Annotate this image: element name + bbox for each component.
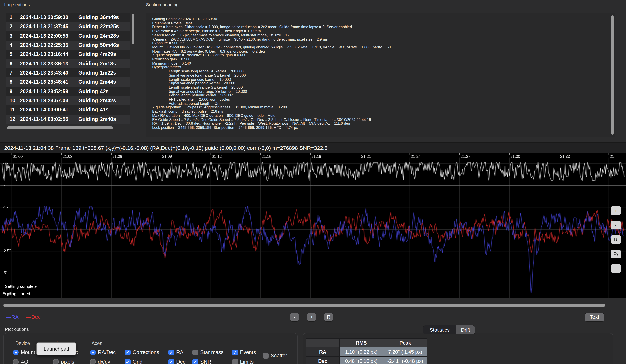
log-table-hscrollbar[interactable] <box>7 126 113 129</box>
checkbox-events[interactable]: Events <box>232 349 256 356</box>
x-tick-label: 21:00 <box>13 154 23 159</box>
checkbox-icon[interactable] <box>192 350 198 355</box>
tab-statistics[interactable]: Statistics <box>423 326 456 334</box>
section-panel-vscrollbar[interactable] <box>611 15 614 134</box>
log-sections-table[interactable]: 12024-11-13 20:59:30Guiding36m49s22024-1… <box>6 13 130 124</box>
log-time: 2024-11-13 21:37:45 <box>20 24 78 30</box>
checkbox-scatter[interactable]: Scatter <box>263 352 287 359</box>
checkbox-icon[interactable] <box>125 359 131 364</box>
stats-table: RMS Peak RA 1.10" (0.22 px) 7.20" ( 1.45… <box>306 338 428 364</box>
x-tick-label: 21:33 <box>560 154 570 159</box>
log-section-row[interactable]: 42024-11-13 22:25:35Guiding50m46s <box>6 41 130 50</box>
section-line: Minimum move = 0.140 <box>152 62 609 66</box>
text-view-button[interactable]: Text <box>585 313 604 321</box>
checkbox-corrections[interactable]: Corrections <box>125 349 159 356</box>
log-num: 3 <box>6 33 20 39</box>
checkbox-label: SNR <box>200 359 211 364</box>
log-section-row[interactable]: 112024-11-14 00:00:41Guiding41s <box>6 105 130 115</box>
log-time: 2024-11-13 23:57:03 <box>20 98 78 103</box>
checkbox-dec[interactable]: Dec <box>168 359 185 364</box>
log-duration: 50m46s <box>100 42 130 48</box>
chart-lock-button[interactable]: L <box>611 264 621 273</box>
checkbox-label: Scatter <box>271 353 287 359</box>
chart-zoom-out-button[interactable]: - <box>611 221 621 230</box>
log-time: 2024-11-13 23:43:40 <box>20 70 78 76</box>
checkbox-icon[interactable] <box>168 350 174 355</box>
checkbox-icon[interactable] <box>192 359 198 364</box>
log-time: 2024-11-13 23:16:44 <box>20 52 78 57</box>
y-tick-label: -2.5" <box>2 248 11 253</box>
checkbox-star-mass[interactable]: Star mass <box>192 349 224 356</box>
log-duration: 42s <box>100 89 130 95</box>
status-bar: 2024-11-13 21:04:38 Frame 139 t=308.67 (… <box>0 142 626 153</box>
checkbox-snr[interactable]: SNR <box>192 359 211 364</box>
section-heading-panel[interactable]: Guiding Begins at 2024-11-13 20:59:30Equ… <box>146 13 615 137</box>
log-section-row[interactable]: 102024-11-13 23:57:03Guiding2m42s <box>6 96 130 105</box>
y-tick-label: 5" <box>2 183 6 187</box>
chart-hscrollbar[interactable] <box>3 303 605 307</box>
checkbox-label: Corrections <box>133 350 159 355</box>
radio-ao[interactable]: AO <box>13 359 28 364</box>
legend-ra: —RA <box>6 314 18 320</box>
guide-chart[interactable]: 21:0021:0321:0621:0921:1221:1521:1821:21… <box>0 153 626 298</box>
log-section-row[interactable]: 52024-11-13 23:16:44Guiding4m29s <box>6 50 130 59</box>
chart-zoom-in-button[interactable]: + <box>611 206 621 215</box>
log-section-row[interactable]: 82024-11-13 23:48:41Guiding2m44s <box>6 78 130 87</box>
log-table-vscrollbar[interactable] <box>132 14 134 44</box>
log-type: Guiding <box>78 42 100 48</box>
checkbox-icon[interactable] <box>168 359 174 364</box>
radio-label: pixels <box>61 359 74 364</box>
section-line: Length scale short range SE kernel = 25.… <box>152 86 609 90</box>
section-line: Mount = DeviceHub -> On-Step (ASCOM), co… <box>152 46 609 49</box>
guide-chart-canvas[interactable] <box>0 153 626 298</box>
reset-button[interactable]: R <box>324 313 333 321</box>
section-line: Lock position = 2448.868, 2059.185, Star… <box>152 126 609 130</box>
x-tick-label: 21:27 <box>461 154 470 159</box>
log-section-row[interactable]: 12024-11-13 20:59:30Guiding36m49s <box>6 13 130 22</box>
stats-row-dec-label: Dec <box>306 357 340 364</box>
checkbox-icon[interactable] <box>232 359 238 364</box>
radio-icon[interactable] <box>90 359 96 364</box>
radio-ra-dec[interactable]: RA/Dec <box>90 349 116 356</box>
event-settling-complete: Settling complete <box>5 284 37 289</box>
radio-mount[interactable]: Mount <box>13 349 35 356</box>
log-section-row[interactable]: 92024-11-13 23:52:59Guiding42s <box>6 87 130 96</box>
log-num: 10 <box>6 98 20 103</box>
radio-icon[interactable] <box>53 359 59 364</box>
log-section-row[interactable]: 62024-11-13 23:36:13Guiding2m18s <box>6 59 130 68</box>
tab-drift[interactable]: Drift <box>456 326 475 334</box>
log-section-row[interactable]: 72024-11-13 23:43:40Guiding1m22s <box>6 68 130 78</box>
zoom-out-button[interactable]: - <box>290 313 299 321</box>
checkbox-icon[interactable] <box>125 350 131 355</box>
radio-label: RA/Dec <box>98 350 116 355</box>
radio-icon[interactable] <box>13 359 19 364</box>
chart-reset-button[interactable]: R <box>611 235 621 244</box>
log-section-row[interactable]: 22024-11-13 21:37:45Guiding22m25s <box>6 22 130 32</box>
radio-icon[interactable] <box>90 350 96 355</box>
radio-label: Mount <box>21 350 35 355</box>
zoom-in-button[interactable]: + <box>307 313 316 321</box>
log-section-row[interactable]: 122024-11-14 00:02:55Guiding2m40s <box>6 114 130 124</box>
checkbox-ra[interactable]: RA <box>168 349 183 356</box>
stats-header-blank <box>306 339 340 347</box>
checkbox-icon[interactable] <box>232 350 238 355</box>
section-line: Signal variance periodic kernel = 20.000 <box>152 82 609 86</box>
radio-dx-dy[interactable]: dx/dy <box>90 359 110 364</box>
radio-icon[interactable] <box>13 350 19 355</box>
checkbox-icon[interactable] <box>263 353 269 359</box>
log-num: 6 <box>6 61 20 67</box>
plot-options-label: Plot options <box>5 327 29 332</box>
log-num: 5 <box>6 52 20 57</box>
section-line: Exposure = 500 ms <box>152 41 609 45</box>
section-line: FFT called after = 2.000 worm cycles <box>152 98 609 102</box>
checkbox-grid[interactable]: Grid <box>125 359 142 364</box>
log-duration: 41s <box>100 107 130 113</box>
log-type: Guiding <box>78 70 100 76</box>
log-num: 12 <box>6 116 20 122</box>
log-section-row[interactable]: 32024-11-13 22:00:53Guiding24m28s <box>6 31 130 41</box>
radio-pixels[interactable]: pixels <box>53 359 74 364</box>
radio-label: dx/dy <box>98 359 110 364</box>
checkbox-limits[interactable]: Limits <box>232 359 254 364</box>
log-duration: 4m29s <box>100 52 130 57</box>
chart-pan-button[interactable]: P/ <box>611 250 621 258</box>
